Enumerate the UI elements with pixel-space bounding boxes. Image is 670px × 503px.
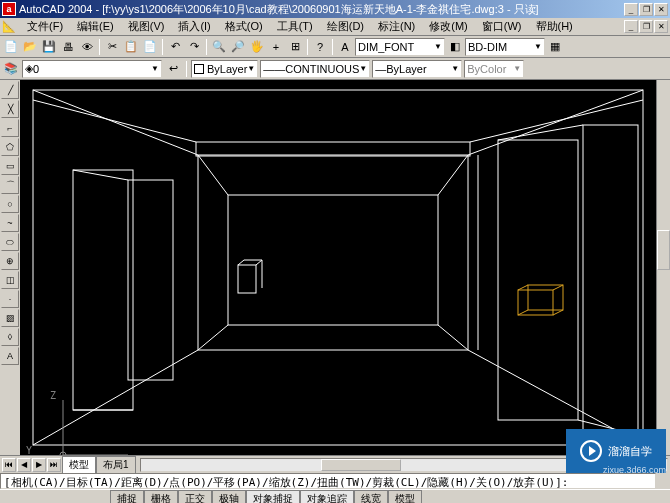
- menu-tools[interactable]: 工具(T): [270, 19, 320, 34]
- menu-edit[interactable]: 编辑(E): [70, 19, 121, 34]
- zoom-window-button[interactable]: +: [267, 38, 285, 56]
- point-tool[interactable]: ·: [1, 290, 19, 308]
- doc-minimize-button[interactable]: _: [624, 20, 638, 33]
- svg-rect-1: [198, 155, 468, 350]
- lineweight-combo[interactable]: — ByLayer▼: [372, 60, 462, 78]
- layer-combo[interactable]: ◈ 0▼: [22, 60, 162, 78]
- menu-window[interactable]: 窗口(W): [475, 19, 529, 34]
- circle-tool[interactable]: ○: [1, 195, 19, 213]
- open-button[interactable]: 📂: [21, 38, 39, 56]
- titlebar: a AutoCAD 2004 - [f:\yy\ys1\2006年\2006年1…: [0, 0, 670, 18]
- menu-format[interactable]: 格式(O): [218, 19, 270, 34]
- hatch-tool[interactable]: ▨: [1, 309, 19, 327]
- insert-tool[interactable]: ⊕: [1, 252, 19, 270]
- svg-rect-29: [528, 285, 563, 310]
- table-style-button[interactable]: ▦: [546, 38, 564, 56]
- status-ortho[interactable]: 正交: [178, 490, 212, 503]
- redo-button[interactable]: ↷: [185, 38, 203, 56]
- svg-line-14: [198, 155, 228, 195]
- svg-line-7: [33, 100, 196, 142]
- preview-button[interactable]: 👁: [78, 38, 96, 56]
- svg-line-5: [468, 90, 643, 155]
- dim-style-combo[interactable]: BD-DIM▼: [465, 38, 545, 56]
- hscroll-thumb[interactable]: [321, 459, 401, 471]
- workspace: ╱ ╳ ⌐ ⬠ ▭ ⌒ ○ ~ ⬭ ⊕ ◫ · ▨ ◊ A: [0, 80, 670, 455]
- copy-button[interactable]: 📋: [122, 38, 140, 56]
- pan-button[interactable]: 🖐: [248, 38, 266, 56]
- new-button[interactable]: 📄: [2, 38, 20, 56]
- undo-button[interactable]: ↶: [166, 38, 184, 56]
- window-title: AutoCAD 2004 - [f:\yy\ys1\2006年\2006年10月…: [19, 2, 624, 17]
- pline-tool[interactable]: ⌐: [1, 119, 19, 137]
- menu-file[interactable]: 文件(F): [20, 19, 70, 34]
- spline-tool[interactable]: ~: [1, 214, 19, 232]
- linetype-combo[interactable]: —— CONTINUOUS▼: [260, 60, 370, 78]
- xline-tool[interactable]: ╳: [1, 100, 19, 118]
- text-style-button[interactable]: A: [336, 38, 354, 56]
- zoom-in-button[interactable]: 🔍: [210, 38, 228, 56]
- status-osnap[interactable]: 对象捕捉: [246, 490, 300, 503]
- text-style-combo[interactable]: DIM_FONT▼: [355, 38, 445, 56]
- maximize-button[interactable]: ❐: [639, 3, 653, 16]
- arc-tool[interactable]: ⌒: [1, 176, 19, 194]
- zoom-out-button[interactable]: 🔎: [229, 38, 247, 56]
- minimize-button[interactable]: _: [624, 3, 638, 16]
- tab-model[interactable]: 模型: [62, 456, 96, 473]
- region-tool[interactable]: ◊: [1, 328, 19, 346]
- print-button[interactable]: 🖶: [59, 38, 77, 56]
- svg-line-4: [33, 90, 198, 155]
- ucs-z-label: Z: [50, 390, 56, 401]
- tab-nav-last[interactable]: ⏭: [47, 458, 61, 472]
- cmdline-scrollbar[interactable]: [656, 473, 670, 489]
- status-model[interactable]: 模型: [388, 490, 422, 503]
- status-lwt[interactable]: 线宽: [354, 490, 388, 503]
- command-line[interactable]: [相机(CA)/目标(TA)/距离(D)/点(PO)/平移(PA)/缩放(Z)/…: [0, 473, 656, 489]
- close-button[interactable]: ✕: [654, 3, 668, 16]
- text-tool[interactable]: A: [1, 347, 19, 365]
- ucs-y-label: Y: [26, 445, 32, 455]
- zoom-extents-button[interactable]: ⊞: [286, 38, 304, 56]
- plotstyle-combo[interactable]: ByColor▼: [464, 60, 524, 78]
- svg-line-31: [553, 285, 563, 290]
- svg-line-8: [470, 100, 643, 142]
- tab-layout1[interactable]: 布局1: [96, 456, 136, 473]
- doc-restore-button[interactable]: ❐: [639, 20, 653, 33]
- color-combo[interactable]: ByLayer▼: [191, 60, 258, 78]
- menu-modify[interactable]: 修改(M): [422, 19, 475, 34]
- paste-button[interactable]: 📄: [141, 38, 159, 56]
- status-grid[interactable]: 栅格: [144, 490, 178, 503]
- menu-dimension[interactable]: 标注(N): [371, 19, 422, 34]
- svg-line-16: [198, 325, 228, 350]
- vscroll-thumb[interactable]: [657, 230, 670, 270]
- watermark-url: zixue.3d66.com: [603, 465, 666, 475]
- tab-nav-prev[interactable]: ◀: [17, 458, 31, 472]
- layer-previous-button[interactable]: ↩: [164, 60, 182, 78]
- doc-close-button[interactable]: ✕: [654, 20, 668, 33]
- svg-rect-9: [73, 170, 133, 410]
- menu-insert[interactable]: 插入(I): [171, 19, 217, 34]
- status-polar[interactable]: 极轴: [212, 490, 246, 503]
- rectangle-tool[interactable]: ▭: [1, 157, 19, 175]
- status-otrack[interactable]: 对象追踪: [300, 490, 354, 503]
- menu-view[interactable]: 视图(V): [121, 19, 172, 34]
- tab-nav-next[interactable]: ▶: [32, 458, 46, 472]
- cut-button[interactable]: ✂: [103, 38, 121, 56]
- menubar: 📐 文件(F) 编辑(E) 视图(V) 插入(I) 格式(O) 工具(T) 绘图…: [0, 18, 670, 36]
- dim-style-button[interactable]: ◧: [446, 38, 464, 56]
- standard-toolbar: 📄 📂 💾 🖶 👁 ✂ 📋 📄 ↶ ↷ 🔍 🔎 🖐 + ⊞ ? A DIM_FO…: [0, 36, 670, 58]
- ellipse-tool[interactable]: ⬭: [1, 233, 19, 251]
- line-tool[interactable]: ╱: [1, 81, 19, 99]
- help-icon[interactable]: ?: [311, 38, 329, 56]
- polygon-tool[interactable]: ⬠: [1, 138, 19, 156]
- status-snap[interactable]: 捕捉: [110, 490, 144, 503]
- drawing-canvas[interactable]: Z Y: [20, 80, 656, 455]
- block-tool[interactable]: ◫: [1, 271, 19, 289]
- save-button[interactable]: 💾: [40, 38, 58, 56]
- vertical-scrollbar[interactable]: [656, 80, 670, 455]
- layer-properties-button[interactable]: 📚: [2, 60, 20, 78]
- menu-help[interactable]: 帮助(H): [529, 19, 580, 34]
- svg-line-32: [553, 310, 563, 315]
- menu-draw[interactable]: 绘图(D): [320, 19, 371, 34]
- tab-nav-first[interactable]: ⏮: [2, 458, 16, 472]
- app-icon: a: [2, 2, 16, 16]
